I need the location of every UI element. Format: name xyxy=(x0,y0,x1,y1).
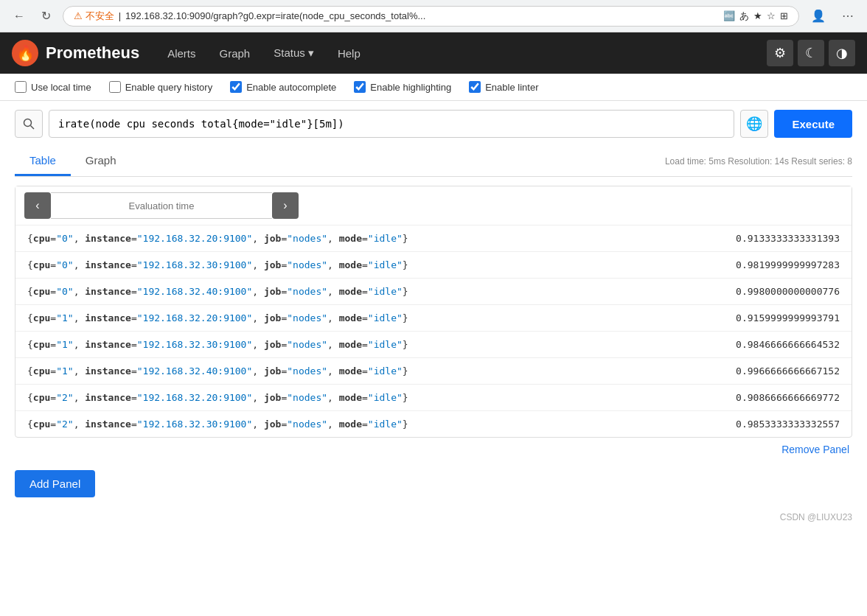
security-warning: ⚠ 不安全 xyxy=(74,10,114,23)
nav-help[interactable]: Help xyxy=(327,41,371,66)
result-labels: {cpu="1", instance="192.168.32.20:9100",… xyxy=(15,305,651,332)
table-row: {cpu="0", instance="192.168.32.40:9100",… xyxy=(15,279,852,305)
result-value: 0.9133333333331393 xyxy=(651,225,852,252)
read-icon: 🔤 xyxy=(723,10,735,21)
result-labels: {cpu="0", instance="192.168.32.20:9100",… xyxy=(15,225,651,252)
result-labels: {cpu="2", instance="192.168.32.20:9100",… xyxy=(15,385,651,411)
result-labels: {cpu="2", instance="192.168.32.30:9100",… xyxy=(15,411,651,438)
query-history-label: Enable query history xyxy=(125,82,213,93)
result-value: 0.9853333333332557 xyxy=(651,411,852,438)
result-value: 0.9966666666667152 xyxy=(651,358,852,385)
brand: 🔥 Prometheus xyxy=(12,40,139,66)
search-icon xyxy=(23,118,35,130)
option-local-time[interactable]: Use local time xyxy=(15,81,91,93)
theme-moon-button[interactable]: ☾ xyxy=(798,40,824,66)
theme-contrast-button[interactable]: ◑ xyxy=(829,40,855,66)
address-bar: ⚠ 不安全 | 192.168.32.10:9090/graph?g0.expr… xyxy=(63,6,799,27)
back-button[interactable]: ← xyxy=(9,7,29,26)
results-table: {cpu="0", instance="192.168.32.20:9100",… xyxy=(15,225,852,437)
settings-button[interactable]: ⚙ xyxy=(767,40,793,66)
reload-button[interactable]: ↻ xyxy=(37,6,55,26)
tabs-bar: Table Graph Load time: 5ms Resolution: 1… xyxy=(15,147,852,177)
query-history-checkbox[interactable] xyxy=(109,81,121,93)
table-row: {cpu="2", instance="192.168.32.20:9100",… xyxy=(15,385,852,411)
nav-links: Alerts Graph Status ▾ Help xyxy=(157,41,767,66)
eval-next-button[interactable]: › xyxy=(272,192,299,219)
result-value: 0.9159999999993791 xyxy=(651,305,852,332)
tab-graph[interactable]: Graph xyxy=(71,147,131,176)
tab-table[interactable]: Table xyxy=(15,147,71,176)
url-text: 192.168.32.10:9090/graph?g0.expr=irate(n… xyxy=(125,10,719,21)
globe-button[interactable]: 🌐 xyxy=(740,110,768,138)
result-labels: {cpu="0", instance="192.168.32.30:9100",… xyxy=(15,252,651,279)
highlighting-label: Enable highlighting xyxy=(370,82,451,93)
nav-actions: ⚙ ☾ ◑ xyxy=(767,40,855,66)
eval-bar: ‹ › xyxy=(15,186,852,225)
option-query-history[interactable]: Enable query history xyxy=(109,81,213,93)
result-value: 0.9980000000000776 xyxy=(651,279,852,305)
star-icon: ★ xyxy=(753,10,762,21)
option-autocomplete[interactable]: Enable autocomplete xyxy=(230,81,336,93)
highlighting-checkbox[interactable] xyxy=(354,81,366,93)
table-row: {cpu="1", instance="192.168.32.30:9100",… xyxy=(15,332,852,358)
brand-name: Prometheus xyxy=(46,43,139,63)
tabs-left: Table Graph xyxy=(15,147,131,176)
remove-panel-link[interactable]: Remove Panel xyxy=(781,444,849,455)
separator: | xyxy=(119,10,121,21)
table-row: {cpu="1", instance="192.168.32.40:9100",… xyxy=(15,358,852,385)
result-value: 0.9086666666669772 xyxy=(651,385,852,411)
footer-note: CSDN @LIUXU23 xyxy=(15,512,852,530)
top-navigation: 🔥 Prometheus Alerts Graph Status ▾ Help … xyxy=(0,32,867,74)
svg-line-1 xyxy=(31,126,35,130)
eval-prev-button[interactable]: ‹ xyxy=(24,192,51,219)
brand-icon: 🔥 xyxy=(12,40,38,66)
local-time-checkbox[interactable] xyxy=(15,81,27,93)
result-labels: {cpu="1", instance="192.168.32.40:9100",… xyxy=(15,358,651,385)
query-input[interactable] xyxy=(49,110,734,138)
result-labels: {cpu="1", instance="192.168.32.30:9100",… xyxy=(15,332,651,358)
nav-status[interactable]: Status ▾ xyxy=(263,41,324,66)
more-button[interactable]: ⋯ xyxy=(838,6,858,26)
autocomplete-label: Enable autocomplete xyxy=(246,82,336,93)
linter-checkbox[interactable] xyxy=(469,81,481,93)
result-labels: {cpu="0", instance="192.168.32.40:9100",… xyxy=(15,279,651,305)
autocomplete-checkbox[interactable] xyxy=(230,81,242,93)
result-value: 0.9846666666664532 xyxy=(651,332,852,358)
option-linter[interactable]: Enable linter xyxy=(469,81,538,93)
query-bar: 🌐 Execute xyxy=(0,101,867,147)
execute-button[interactable]: Execute xyxy=(774,110,852,138)
table-row: {cpu="0", instance="192.168.32.20:9100",… xyxy=(15,225,852,252)
result-value: 0.9819999999997283 xyxy=(651,252,852,279)
add-panel-button[interactable]: Add Panel xyxy=(15,470,95,497)
table-row: {cpu="2", instance="192.168.32.30:9100",… xyxy=(15,411,852,438)
nav-alerts[interactable]: Alerts xyxy=(157,41,206,66)
main-content: Table Graph Load time: 5ms Resolution: 1… xyxy=(0,147,867,545)
table-row: {cpu="1", instance="192.168.32.20:9100",… xyxy=(15,305,852,332)
tab-meta: Load time: 5ms Resolution: 14s Result se… xyxy=(665,149,852,174)
local-time-label: Use local time xyxy=(31,82,91,93)
fav-icon: ☆ xyxy=(767,10,776,21)
translate-icon: あ xyxy=(739,10,749,23)
nav-graph[interactable]: Graph xyxy=(209,41,261,66)
profile-button[interactable]: 👤 xyxy=(807,6,830,26)
table-row: {cpu="0", instance="192.168.32.30:9100",… xyxy=(15,252,852,279)
options-bar: Use local time Enable query history Enab… xyxy=(0,74,867,101)
browser-chrome: ← ↻ ⚠ 不安全 | 192.168.32.10:9090/graph?g0.… xyxy=(0,0,867,32)
svg-point-0 xyxy=(24,119,32,127)
search-icon-button[interactable] xyxy=(15,110,43,138)
panel-actions: Remove Panel xyxy=(15,438,852,455)
collections-icon: ⊞ xyxy=(780,10,788,21)
option-highlighting[interactable]: Enable highlighting xyxy=(354,81,451,93)
results-panel: ‹ › {cpu="0", instance="192.168.32.20:91… xyxy=(15,186,852,438)
linter-label: Enable linter xyxy=(485,82,538,93)
eval-time-input[interactable] xyxy=(51,192,272,219)
